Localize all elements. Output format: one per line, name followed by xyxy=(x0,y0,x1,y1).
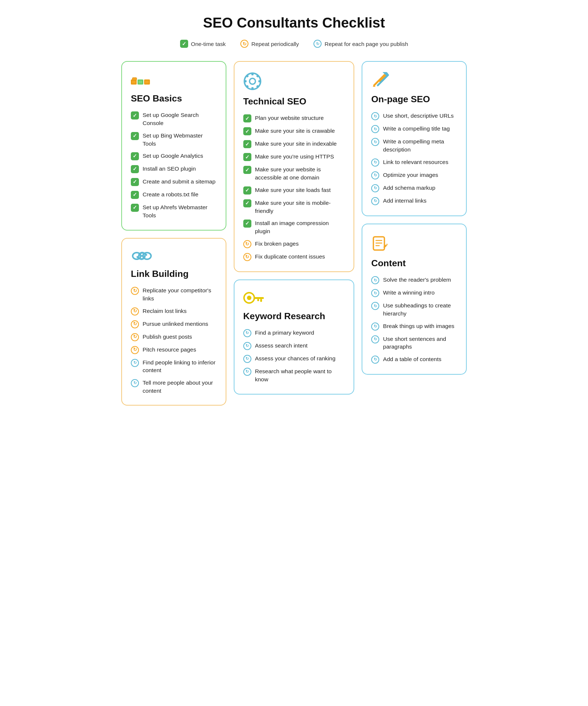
seo-basics-icon xyxy=(131,72,217,90)
list-item: ✓Create and submit a sitemap xyxy=(131,178,217,186)
check-icon: ✓ xyxy=(243,127,251,135)
blue-repeat-icon: ↻ xyxy=(371,138,379,146)
list-item: ↻Use short, descriptive URLs xyxy=(371,112,457,120)
list-item: ↻Link to relevant resources xyxy=(371,158,457,167)
list-item: ↻Add a table of contents xyxy=(371,355,457,364)
check-icon: ✓ xyxy=(243,220,251,228)
svg-rect-11 xyxy=(251,72,254,75)
blue-repeat-icon: ↻ xyxy=(313,40,322,48)
list-item: ↻Pitch resource pages xyxy=(131,346,217,354)
onpage-seo-list: ↻Use short, descriptive URLs ↻Write a co… xyxy=(371,112,457,205)
check-icon: ✓ xyxy=(131,204,139,212)
card-onpage-seo: On-page SEO ↻Use short, descriptive URLs… xyxy=(362,61,467,216)
content-icon xyxy=(371,235,457,254)
technical-seo-list: ✓Plan your website structure ✓Make sure … xyxy=(243,114,345,261)
svg-rect-12 xyxy=(251,87,254,90)
blue-repeat-icon: ↻ xyxy=(131,359,139,367)
check-icon: ✓ xyxy=(131,191,139,199)
list-item: ✓Make sure your website is accessible at… xyxy=(243,165,345,181)
blue-repeat-icon: ↻ xyxy=(371,335,379,343)
onpage-seo-icon xyxy=(371,72,457,90)
svg-rect-22 xyxy=(260,299,262,302)
svg-rect-4 xyxy=(138,80,143,84)
list-item: ↻Break things up with images xyxy=(371,322,457,331)
card-keyword-research: Keyword Research ↻Find a primary keyword… xyxy=(234,279,355,395)
list-item: ↻Use short sentences and paragraphs xyxy=(371,335,457,351)
technical-seo-icon xyxy=(243,72,345,93)
check-icon: ✓ xyxy=(131,132,139,140)
list-item: ↻Use subheadings to create hierarchy xyxy=(371,302,457,317)
legend-repeat-page-label: Repeat for each page you publish xyxy=(325,41,408,47)
blue-repeat-icon: ↻ xyxy=(371,276,379,284)
blue-repeat-icon: ↻ xyxy=(371,302,379,310)
list-item: ✓Make sure your site is mobile-friendly xyxy=(243,199,345,215)
column-right: On-page SEO ↻Use short, descriptive URLs… xyxy=(362,61,467,406)
list-item: ↻Assess your chances of ranking xyxy=(243,354,345,363)
blue-repeat-icon: ↻ xyxy=(371,322,379,331)
blue-repeat-icon: ↻ xyxy=(243,368,251,376)
check-icon: ✓ xyxy=(131,111,139,120)
list-item: ✓Set up Google Analytics xyxy=(131,152,217,160)
list-item: ↻Pursue unlinked mentions xyxy=(131,320,217,328)
legend-one-time: ✓ One-time task xyxy=(180,40,226,48)
list-item: ✓Plan your website structure xyxy=(243,114,345,122)
blue-repeat-icon: ↻ xyxy=(243,342,251,350)
repeat-icon: ↻ xyxy=(131,333,139,341)
orange-repeat-icon: ↻ xyxy=(240,40,248,48)
blue-repeat-icon: ↻ xyxy=(371,112,379,120)
content-title: Content xyxy=(371,258,457,268)
seo-basics-title: SEO Basics xyxy=(131,93,217,104)
card-technical-seo: Technical SEO ✓Plan your website structu… xyxy=(234,61,355,272)
check-icon: ✓ xyxy=(243,199,251,207)
check-icon: ✓ xyxy=(243,140,251,148)
legend-repeat-periodic-label: Repeat periodically xyxy=(251,41,299,47)
list-item: ↻Write a compelling meta description xyxy=(371,138,457,153)
check-icon: ✓ xyxy=(131,152,139,160)
list-item: ↻Find a primary keyword xyxy=(243,329,345,337)
check-icon: ✓ xyxy=(131,178,139,186)
blue-repeat-icon: ↻ xyxy=(371,356,379,364)
blue-repeat-icon: ↻ xyxy=(371,289,379,297)
list-item: ✓Make sure your site in indexable xyxy=(243,140,345,148)
repeat-icon: ↻ xyxy=(131,287,139,295)
keyword-research-list: ↻Find a primary keyword ↻Assess search i… xyxy=(243,329,345,383)
list-item: ✓Set up Bing Webmaster Tools xyxy=(131,132,217,147)
blue-repeat-icon: ↻ xyxy=(243,329,251,337)
check-icon: ✓ xyxy=(243,153,251,161)
check-icon: ✓ xyxy=(243,114,251,122)
list-item: ↻Add schema markup xyxy=(371,184,457,192)
list-item: ↻Reclaim lost links xyxy=(131,307,217,315)
svg-rect-14 xyxy=(258,80,261,82)
svg-rect-23 xyxy=(257,299,259,301)
technical-seo-title: Technical SEO xyxy=(243,96,345,107)
card-link-building: Link Building ↻Replicate your competitor… xyxy=(121,238,226,406)
svg-rect-2 xyxy=(132,78,137,80)
check-icon: ✓ xyxy=(243,186,251,195)
legend-repeat-page: ↻ Repeat for each page you publish xyxy=(313,40,408,48)
svg-rect-13 xyxy=(244,80,247,82)
check-icon: ✓ xyxy=(131,165,139,173)
keyword-research-title: Keyword Research xyxy=(243,311,345,321)
keyword-research-icon xyxy=(243,290,345,307)
list-item: ↻Write a compelling title tag xyxy=(371,125,457,133)
list-item: ↻Assess search intent xyxy=(243,342,345,350)
repeat-icon: ↻ xyxy=(131,307,139,315)
blue-repeat-icon: ↻ xyxy=(371,158,379,167)
list-item: ✓Install an image compression plugin xyxy=(243,219,345,235)
legend-repeat-periodic: ↻ Repeat periodically xyxy=(240,40,299,48)
page-title: SEO Consultants Checklist xyxy=(121,15,467,31)
legend-one-time-label: One-time task xyxy=(191,41,226,47)
list-item: ↻Fix broken pages xyxy=(243,240,345,248)
repeat-icon: ↻ xyxy=(243,253,251,261)
list-item: ✓Create a robots.txt file xyxy=(131,190,217,199)
check-icon: ✓ xyxy=(243,166,251,174)
list-item: ✓Make sure your site is crawable xyxy=(243,127,345,135)
onpage-seo-title: On-page SEO xyxy=(371,94,457,104)
seo-basics-list: ✓Set up Google Search Console ✓Set up Bi… xyxy=(131,111,217,219)
svg-rect-1 xyxy=(132,80,136,84)
link-building-title: Link Building xyxy=(131,269,217,279)
list-item: ↻Add internal links xyxy=(371,197,457,205)
list-item: ✓Make sure your site loads fast xyxy=(243,186,345,195)
content-list: ↻Solve the reader's problem ↻Write a win… xyxy=(371,276,457,364)
list-item: ↻Tell more people about your content xyxy=(131,379,217,395)
